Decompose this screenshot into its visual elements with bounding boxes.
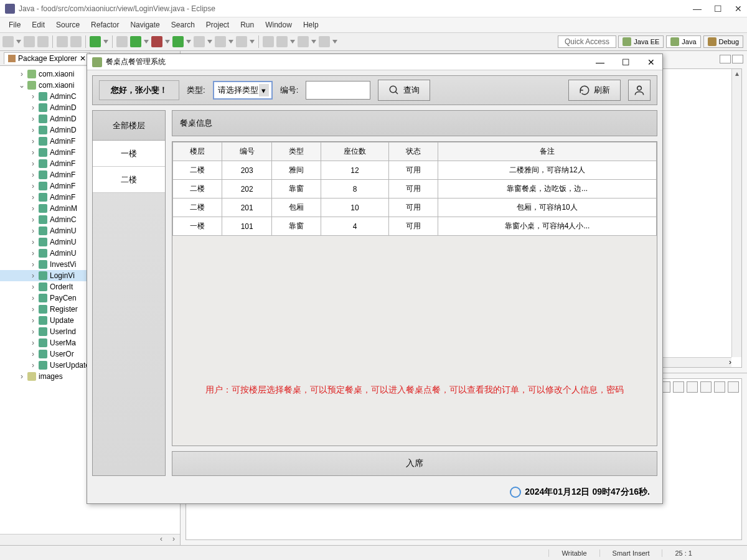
toolbar-save-icon[interactable] [24,36,35,47]
column-header[interactable]: 备注 [438,142,657,161]
table-cell: 靠窗小桌，可容纳4人小... [438,217,657,236]
perspective-label: Debug [719,38,739,45]
seat-button[interactable]: 入席 [172,451,657,476]
status-writable: Writable [548,549,599,557]
toolbar-icon[interactable] [276,36,288,47]
number-input[interactable] [306,81,370,100]
panel-icon[interactable] [700,381,712,393]
dropdown-icon[interactable] [165,40,170,44]
column-header[interactable]: 编号 [222,142,271,161]
menu-search[interactable]: Search [166,19,200,30]
type-combobox[interactable]: 请选择类型 ▾ [213,81,273,100]
perspective-java[interactable]: Java [666,35,700,48]
toolbar-icon[interactable] [194,36,205,47]
debug-icon [708,37,716,46]
table-cell: 靠窗餐桌，边吃饭，边... [438,180,657,198]
table-cell: 二楼雅间，可容纳12人 [438,161,657,180]
dropdown-icon[interactable] [290,40,295,44]
refresh-button[interactable]: 刷新 [568,80,621,101]
toolbar-icon[interactable] [70,36,82,47]
tree-label: com.xiaoni [39,70,74,78]
user-button[interactable] [628,80,651,101]
dropdown-icon[interactable] [207,40,212,44]
floor-item[interactable]: 一楼 [93,141,165,167]
toolbar-icon[interactable] [57,36,68,47]
panel-maximize-icon[interactable] [728,381,739,393]
menu-project[interactable]: Project [201,19,234,30]
close-tab-icon[interactable]: ✕ [80,54,86,63]
toolbar-run-icon[interactable] [90,36,101,47]
menu-run[interactable]: Run [235,19,259,30]
table-cell: 靠窗 [271,180,321,198]
editor-minimize-icon[interactable] [720,55,731,63]
panel-minimize-icon[interactable] [714,381,725,393]
menu-window[interactable]: Window [260,19,297,30]
column-header[interactable]: 状态 [388,142,438,161]
menu-edit[interactable]: Edit [27,19,50,30]
dialog-title: 餐桌点餐管理系统 [106,57,593,67]
tab-label: Package Explorer [18,54,77,63]
toolbar-icon[interactable] [236,36,247,47]
editor-maximize-icon[interactable] [732,55,743,63]
menu-navigate[interactable]: Navigate [125,19,164,30]
panel-icon[interactable] [673,381,684,393]
toolbar-icon[interactable] [263,36,274,47]
table-row[interactable]: 二楼202靠窗8可用靠窗餐桌，边吃饭，边... [173,180,657,198]
dropdown-icon[interactable] [311,40,316,44]
dropdown-icon[interactable] [144,40,149,44]
horizontal-scrollbar[interactable]: ‹› [0,534,180,545]
dropdown-icon[interactable] [16,40,21,44]
tree-label: AdminF [50,182,75,190]
dropdown-icon[interactable] [103,40,108,44]
toolbar-icon[interactable] [215,36,226,47]
package-explorer-tab[interactable]: Package Explorer ✕ [4,52,90,64]
perspective-debug[interactable]: Debug [703,35,743,48]
table-row[interactable]: 二楼201包厢10可用包厢，可容纳10人 [173,198,657,217]
tree-label: LoginVi [50,271,75,280]
dialog-minimize-button[interactable]: — [593,57,607,67]
column-header[interactable]: 楼层 [173,142,222,161]
floor-item[interactable]: 二楼 [93,167,165,193]
table-cell: 202 [222,180,271,198]
toolbar-saveall-icon[interactable] [37,36,49,47]
quick-access[interactable]: Quick Access [558,35,616,48]
tree-label: AdminM [50,204,77,213]
tree-label: AdminU [50,249,77,258]
dialog-close-button[interactable]: ✕ [645,57,657,67]
panel-icon[interactable] [687,381,698,393]
table-cell: 4 [321,217,388,236]
toolbar-debug-icon[interactable] [151,36,162,47]
toolbar-run-icon[interactable] [130,36,141,47]
table-cell: 203 [222,161,271,180]
dropdown-icon[interactable] [332,40,337,44]
toolbar-icon[interactable] [298,36,309,47]
menu-file[interactable]: File [4,19,26,30]
vertical-scrollbar[interactable]: ▴ [731,69,741,357]
column-header[interactable]: 座位数 [321,142,388,161]
toolbar-icon[interactable] [319,36,330,47]
column-header[interactable]: 类型 [271,142,321,161]
toolbar-new-icon[interactable] [2,36,14,47]
search-button[interactable]: 查询 [378,80,430,101]
toolbar-icon[interactable] [116,36,128,47]
minimize-button[interactable]: — [693,4,702,14]
eclipse-title: Java - food/src/com/xiaoniucr/view/Login… [19,4,693,13]
dropdown-icon[interactable] [186,40,191,44]
dialog-maximize-button[interactable]: ☐ [619,57,632,67]
dropdown-icon[interactable] [250,40,255,44]
dropdown-icon[interactable] [228,40,233,44]
maximize-button[interactable]: ☐ [714,4,722,14]
table-row[interactable]: 一楼101靠窗4可用靠窗小桌，可容纳4人小... [173,217,657,236]
perspective-javaee[interactable]: Java EE [618,35,664,48]
java-file-icon [39,327,47,336]
table-row[interactable]: 二楼203雅间12可用二楼雅间，可容纳12人 [173,161,657,180]
close-button[interactable]: ✕ [735,4,742,14]
table-cell: 可用 [388,180,438,198]
menu-refactor[interactable]: Refactor [86,19,124,30]
toolbar-run-icon[interactable] [172,36,184,47]
tree-label: AdminC [50,215,77,224]
menu-help[interactable]: Help [298,19,324,30]
menu-source[interactable]: Source [51,19,85,30]
status-bar: Writable Smart Insert 25 : 1 [0,545,747,560]
eclipse-menubar: File Edit Source Refactor Navigate Searc… [0,17,747,32]
